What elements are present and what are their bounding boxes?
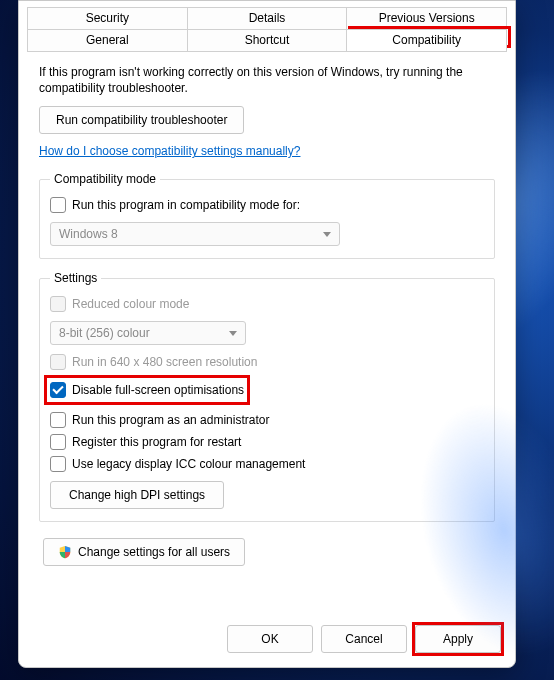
reduced-colour-label: Reduced colour mode bbox=[72, 297, 189, 311]
compatibility-mode-legend: Compatibility mode bbox=[50, 172, 160, 186]
tab-strip: Security Details Previous Versions Gener… bbox=[19, 1, 515, 51]
highlight-disable-fullscreen: Disable full-screen optimisations bbox=[50, 379, 244, 401]
colour-mode-select: 8-bit (256) colour bbox=[50, 321, 246, 345]
settings-legend: Settings bbox=[50, 271, 101, 285]
run-troubleshooter-button[interactable]: Run compatibility troubleshooter bbox=[39, 106, 244, 134]
change-all-users-button[interactable]: Change settings for all users bbox=[43, 538, 245, 566]
change-dpi-button[interactable]: Change high DPI settings bbox=[50, 481, 224, 509]
colour-mode-select-value: 8-bit (256) colour bbox=[59, 326, 150, 340]
dialog-footer: OK Cancel Apply bbox=[19, 613, 515, 667]
reduced-colour-checkbox bbox=[50, 296, 66, 312]
compatibility-mode-group: Compatibility mode Run this program in c… bbox=[39, 172, 495, 259]
compat-mode-label: Run this program in compatibility mode f… bbox=[72, 198, 300, 212]
settings-group: Settings Reduced colour mode 8-bit (256)… bbox=[39, 271, 495, 522]
run-admin-checkbox[interactable] bbox=[50, 412, 66, 428]
uac-shield-icon bbox=[58, 545, 72, 559]
compat-mode-select-value: Windows 8 bbox=[59, 227, 118, 241]
apply-button[interactable]: Apply bbox=[415, 625, 501, 653]
chevron-down-icon bbox=[229, 331, 237, 336]
ok-button[interactable]: OK bbox=[227, 625, 313, 653]
tab-shortcut[interactable]: Shortcut bbox=[188, 29, 348, 51]
tab-details[interactable]: Details bbox=[188, 7, 348, 29]
properties-dialog: Security Details Previous Versions Gener… bbox=[18, 0, 516, 668]
legacy-icc-label: Use legacy display ICC colour management bbox=[72, 457, 305, 471]
compatibility-panel: If this program isn't working correctly … bbox=[27, 51, 507, 613]
run-640-label: Run in 640 x 480 screen resolution bbox=[72, 355, 257, 369]
help-link[interactable]: How do I choose compatibility settings m… bbox=[39, 144, 300, 158]
disable-fullscreen-checkbox[interactable] bbox=[50, 382, 66, 398]
tab-compatibility[interactable]: Compatibility bbox=[347, 29, 507, 51]
register-restart-label: Register this program for restart bbox=[72, 435, 241, 449]
tab-general[interactable]: General bbox=[27, 29, 188, 51]
run-640-checkbox bbox=[50, 354, 66, 370]
chevron-down-icon bbox=[323, 232, 331, 237]
tab-security[interactable]: Security bbox=[27, 7, 188, 29]
disable-fullscreen-label: Disable full-screen optimisations bbox=[72, 383, 244, 397]
tab-previous-versions[interactable]: Previous Versions bbox=[347, 7, 507, 29]
compat-mode-checkbox[interactable] bbox=[50, 197, 66, 213]
legacy-icc-checkbox[interactable] bbox=[50, 456, 66, 472]
compat-mode-select[interactable]: Windows 8 bbox=[50, 222, 340, 246]
register-restart-checkbox[interactable] bbox=[50, 434, 66, 450]
run-admin-label: Run this program as an administrator bbox=[72, 413, 269, 427]
intro-text: If this program isn't working correctly … bbox=[39, 64, 495, 96]
change-all-users-label: Change settings for all users bbox=[78, 545, 230, 559]
cancel-button[interactable]: Cancel bbox=[321, 625, 407, 653]
